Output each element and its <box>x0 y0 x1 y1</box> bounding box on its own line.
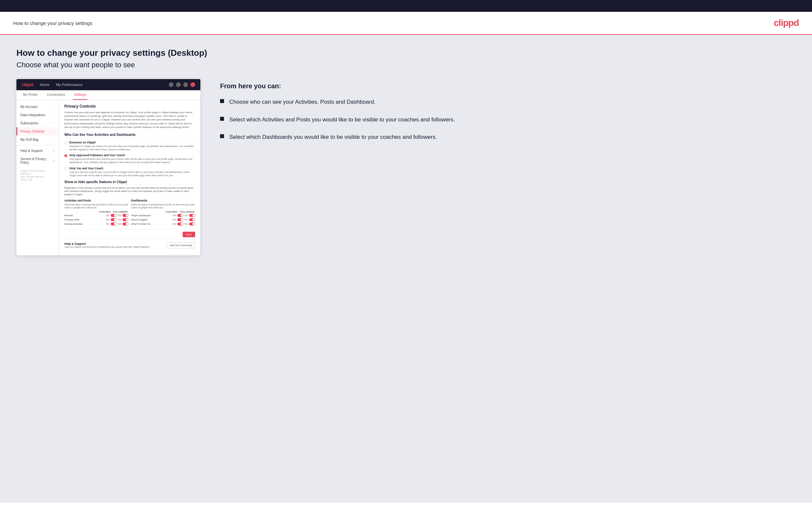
bullet-item-3: Select which Dashboards you would like t… <box>220 133 796 142</box>
external-link-icon: ↗ <box>52 159 55 162</box>
manual-followers-toggle[interactable] <box>122 223 129 225</box>
practice-followers-toggle[interactable] <box>122 218 129 221</box>
practice-followers-toggle-group: ON <box>118 218 129 221</box>
row-manual-label: Manual Activities <box>64 223 106 225</box>
rounds-followers-toggle[interactable] <box>122 214 129 217</box>
tab-settings[interactable]: Settings <box>73 90 87 100</box>
radio-desc-approved: Only approved followers and coaches you … <box>69 158 195 164</box>
help-section: Help & Support Visit our Clippd communit… <box>64 239 195 251</box>
settings-icon[interactable] <box>183 82 188 87</box>
radio-desc-only-you: Only you and the coaches you connect wit… <box>69 171 195 177</box>
round-insights-followers-toggle[interactable] <box>189 218 195 221</box>
row-player-dashboard: Player Dashboard ON ON <box>131 214 195 217</box>
player-followers-toggle[interactable] <box>189 214 195 217</box>
row-what-to-work-label: What To Work On <box>131 223 172 225</box>
bullet-square-2 <box>220 117 224 121</box>
radio-option-everyone[interactable]: Everyone on Clippd Everyone on Clippd ca… <box>64 141 195 151</box>
player-coaches-toggle[interactable] <box>177 214 183 217</box>
rounds-followers-toggle-group: ON <box>118 214 129 217</box>
two-col-tables: Activities and Posts Select the types of… <box>64 199 195 227</box>
row-practice: Practice Drills ON ON <box>64 218 129 221</box>
round-insights-followers-toggle-group: ON <box>185 218 195 221</box>
bullet-square-1 <box>220 99 224 103</box>
radio-circle-approved[interactable] <box>64 154 67 157</box>
dashboards-table-desc: Select the types of activity that you'd … <box>131 203 195 209</box>
rounds-coaches-toggle[interactable] <box>111 214 117 217</box>
sidebar-item-golf-bag[interactable]: My Golf Bag › <box>16 135 59 144</box>
what-followers-toggle[interactable] <box>189 223 195 225</box>
save-button[interactable]: Save <box>183 232 195 237</box>
radio-label-only-you: Only You and Your Coach <box>69 167 195 170</box>
app-body: My Account › Data Integrations › Subscri… <box>16 100 200 255</box>
radio-option-approved[interactable]: Only Approved Followers and Your Coach O… <box>64 154 195 164</box>
practice-coaches-toggle[interactable] <box>111 218 117 221</box>
bullet-item-2: Select which Activities and Posts you wo… <box>220 115 796 124</box>
manual-coaches-toggle[interactable] <box>111 223 117 225</box>
search-icon[interactable] <box>169 82 173 87</box>
app-sidebar: My Account › Data Integrations › Subscri… <box>16 100 59 255</box>
bullet-square-3 <box>220 134 224 138</box>
content-row: clippd Home My Performance My Profile Co… <box>16 79 796 255</box>
header-title: How to change your privacy settings <box>13 20 92 26</box>
chevron-right-icon: › <box>54 122 55 125</box>
radio-label-everyone: Everyone on Clippd <box>69 141 195 144</box>
manual-coaches-toggle-group: ON <box>106 223 117 225</box>
sub-nav: My Profile Connections Settings <box>16 90 200 100</box>
bullet-text-1: Choose who can see your Activities, Post… <box>229 98 375 106</box>
sidebar-divider <box>16 145 59 146</box>
bullet-text-2: Select which Activities and Posts you wo… <box>229 115 455 124</box>
sidebar-item-account[interactable]: My Account › <box>16 103 59 111</box>
radio-option-only-you[interactable]: Only You and Your Coach Only you and the… <box>64 167 195 177</box>
row-rounds-label: Rounds <box>64 214 106 217</box>
activities-posts-table: Activities and Posts Select the types of… <box>64 199 129 227</box>
visit-community-button[interactable]: Visit Our Community <box>166 242 195 248</box>
radio-circle-only-you[interactable] <box>64 167 67 170</box>
manual-followers-toggle-group: ON <box>118 223 129 225</box>
chevron-right-icon: › <box>54 114 55 117</box>
player-coaches-toggle-group: ON <box>172 214 183 217</box>
from-here-label: From here you can: <box>220 82 796 90</box>
radio-label-approved: Only Approved Followers and Your Coach <box>69 154 195 157</box>
app-nav-performance[interactable]: My Performance <box>56 83 83 87</box>
row-practice-label: Practice Drills <box>64 218 106 221</box>
activities-table-desc: Select the types of activity that you'd … <box>64 203 129 209</box>
page-subtitle: Choose what you want people to see <box>16 61 796 69</box>
show-hide-title: Show or hide specific features in Clippd <box>64 180 195 185</box>
tab-connections[interactable]: Connections <box>45 90 66 100</box>
save-row: Save <box>64 229 195 237</box>
help-desc: Visit our Clippd community to troublesho… <box>64 245 150 249</box>
bullet-text-3: Select which Dashboards you would like t… <box>229 133 437 142</box>
privacy-controls-title: Privacy Controls <box>64 104 195 109</box>
sidebar-item-subscription[interactable]: Subscription › <box>16 119 59 127</box>
app-nav-home[interactable]: Home <box>40 83 49 87</box>
show-hide-desc: Regardless of the privacy controls that … <box>64 186 195 196</box>
row-round-insights-label: Round Insights <box>131 218 172 221</box>
activities-table-header: Activities and Posts <box>64 199 129 202</box>
sidebar-footer: Clippd Client Version: 2022.8.2 SQL Serv… <box>16 167 59 184</box>
row-rounds: Rounds ON ON <box>64 214 129 217</box>
avatar[interactable] <box>191 82 195 87</box>
sidebar-item-privacy-policy[interactable]: Service & Privacy Policy ↗ <box>16 155 59 167</box>
sidebar-item-privacy[interactable]: Privacy Controls › <box>16 127 59 135</box>
what-coaches-toggle[interactable] <box>177 223 183 225</box>
app-nav: clippd Home My Performance <box>16 79 200 90</box>
main-content: How to change your privacy settings (Des… <box>0 35 812 502</box>
round-insights-coaches-toggle[interactable] <box>177 218 183 221</box>
app-main-panel: Privacy Controls Control how you and you… <box>59 100 200 255</box>
row-round-insights: Round Insights ON ON <box>131 218 195 221</box>
row-what-to-work: What To Work On ON ON <box>131 223 195 225</box>
bullet-list: Choose who can see your Activities, Post… <box>220 98 796 142</box>
tab-my-profile[interactable]: My Profile <box>22 90 39 100</box>
radio-circle-everyone[interactable] <box>64 142 67 145</box>
dashboards-col-headers: COACHES FOLLOWERS <box>131 211 195 213</box>
app-nav-icons <box>169 82 195 87</box>
sidebar-item-data-integrations[interactable]: Data Integrations › <box>16 111 59 119</box>
chevron-right-icon: › <box>54 105 55 109</box>
what-coaches-toggle-group: ON <box>172 223 183 225</box>
dashboards-table-header: Dashboards <box>131 199 195 202</box>
what-followers-toggle-group: ON <box>185 223 195 225</box>
practice-coaches-toggle-group: ON <box>106 218 117 221</box>
sidebar-item-help[interactable]: Help & Support ↗ <box>16 147 59 155</box>
row-manual: Manual Activities ON ON <box>64 223 129 225</box>
notification-icon[interactable] <box>176 82 181 87</box>
